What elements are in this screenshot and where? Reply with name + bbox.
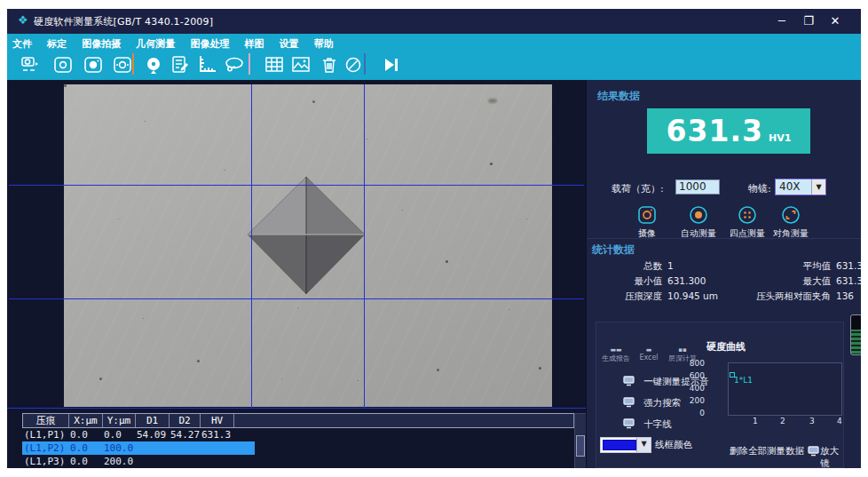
cell-hv: 631.3	[200, 428, 233, 441]
action-label: 摄像	[638, 228, 656, 238]
menu-settings[interactable]: 设置	[274, 35, 304, 51]
hardness-value-display: 631.3HV1	[647, 108, 810, 154]
y-tick: 200	[678, 396, 705, 405]
cell-y: 100.0	[102, 441, 135, 455]
table-scrollbar[interactable]	[574, 413, 587, 468]
line-color-dropdown[interactable]: ▼	[600, 437, 651, 453]
stat-value: 631.300	[831, 275, 861, 288]
toolbar-separator	[364, 53, 366, 75]
disable-icon[interactable]	[342, 53, 365, 76]
menu-help[interactable]: 帮助	[309, 35, 339, 51]
magnifier-button[interactable]: 放大镜	[820, 445, 843, 468]
cell-x: 0.0	[68, 428, 102, 441]
hardness-curve-plot	[728, 362, 842, 416]
col-hv[interactable]: HV	[201, 414, 234, 427]
cell-y: 200.0	[102, 455, 135, 468]
delete-all-button[interactable]: 删除全部测量数据	[730, 445, 804, 457]
menu-image-capture[interactable]: 图像拍摄	[76, 35, 126, 51]
stat-label: 最大值	[726, 275, 831, 288]
measure-ruler-icon[interactable]	[195, 53, 218, 76]
load-input[interactable]: 1000	[675, 179, 720, 195]
col-x[interactable]: X:μm	[69, 414, 103, 427]
menu-geometry-measure[interactable]: 几何测量	[130, 35, 180, 51]
col-indentation[interactable]: 压痕	[23, 414, 69, 427]
results-section-title: 结果数据	[597, 89, 640, 104]
data-table-icon[interactable]	[263, 53, 286, 76]
y-tick: 800	[678, 359, 705, 368]
lasso-select-icon[interactable]	[223, 53, 246, 76]
x-tick: 2	[780, 417, 785, 425]
diagonal-measure-button[interactable]: 对角测量	[762, 204, 819, 240]
beep-toggle[interactable]: 一键测量提示音	[623, 376, 709, 388]
load-label: 载荷（克）:	[612, 182, 664, 195]
chevron-down-icon[interactable]: ▼	[636, 438, 651, 452]
auto-measure-icon	[688, 204, 709, 226]
step-forward-icon[interactable]	[380, 53, 403, 76]
menu-image-processing[interactable]: 图像处理	[185, 35, 234, 51]
menu-sample-image[interactable]: 样图	[239, 35, 269, 51]
excel-export-button[interactable]: ▬ Excel	[635, 347, 662, 362]
menu-file[interactable]: 文件	[7, 35, 37, 51]
stat-label: 平均值	[726, 260, 831, 273]
title-bar: ❖ 硬度软件测量系统[GB/T 4340.1-2009] ─ ❐ ✕	[7, 9, 861, 34]
table-scrollbar-thumb[interactable]	[576, 435, 585, 457]
indentation-mark	[247, 175, 367, 296]
monitor-icon	[623, 376, 635, 386]
action-label: 对角测量	[773, 228, 809, 238]
col-d2[interactable]: D2	[170, 414, 201, 427]
cell-hv	[200, 455, 233, 468]
crosshair-toggle[interactable]: 十字线	[623, 418, 672, 431]
objective-value: 40X	[779, 180, 801, 193]
stat-value: 10.945 um	[662, 290, 726, 303]
generate-report-button[interactable]: ▬▬ 生成报告	[600, 347, 632, 363]
close-button[interactable]: ✕	[825, 12, 845, 30]
calc-icon: ▪▪	[666, 347, 699, 354]
excel-label: Excel	[639, 354, 658, 362]
statistics-row: 压痕深度 10.945 um 压头两相对面夹角 136	[587, 290, 861, 303]
minimize-button[interactable]: ─	[772, 12, 792, 30]
mark-point-icon[interactable]	[142, 53, 165, 76]
power-search-toggle[interactable]: 强力搜索	[623, 397, 681, 409]
camera-action-button[interactable]: 摄像	[619, 204, 675, 240]
edit-report-icon[interactable]	[168, 53, 191, 76]
camera-source-icon[interactable]	[20, 53, 43, 76]
grid-line-horizontal	[9, 298, 584, 299]
cell-hv	[200, 441, 233, 455]
image-viewport[interactable]: 压痕 X:μm Y:μm D1 D2 HV (L1,P1) 0.0 0.0 54…	[7, 80, 586, 468]
chevron-down-icon[interactable]: ▼	[811, 179, 825, 195]
cell-filler	[233, 455, 574, 468]
specimen-speckles	[64, 84, 67, 87]
x-tick: 1	[753, 417, 758, 425]
cell-x: 0.0	[68, 455, 102, 468]
capture-auto-icon[interactable]	[82, 53, 105, 76]
color-swatch	[603, 440, 636, 450]
toolbar	[7, 51, 861, 83]
capture-live-icon[interactable]	[111, 53, 134, 76]
monitor-icon	[623, 397, 635, 408]
statistics-row: 总数 1 平均值 631.300	[587, 260, 861, 273]
delete-icon[interactable]	[318, 53, 341, 76]
excel-icon: ▬	[635, 347, 662, 354]
toggle-label: 一键测量提示音	[643, 376, 709, 386]
table-row-selected[interactable]: (L1,P2) 0.0 100.0	[22, 441, 574, 455]
chart-title: 硬度曲线	[706, 340, 746, 354]
capture-single-icon[interactable]	[51, 53, 75, 76]
specimen-image[interactable]	[64, 84, 552, 407]
grid-line-vertical	[251, 84, 252, 408]
chart-point-label: 1*L1	[734, 376, 753, 385]
col-d1[interactable]: D1	[136, 414, 170, 427]
grid-line-vertical	[364, 84, 365, 408]
restore-button[interactable]: ❐	[799, 12, 818, 30]
table-row[interactable]: (L1,P1) 0.0 0.0 54.09 54.27 631.3	[22, 428, 574, 441]
col-y[interactable]: Y:μm	[103, 414, 136, 427]
objective-select[interactable]: 40X ▼	[775, 179, 826, 195]
image-gallery-icon[interactable]	[289, 53, 312, 76]
toggle-label: 强力搜索	[643, 397, 681, 408]
magnifier-icon	[808, 446, 819, 457]
action-label: 自动测量	[681, 228, 716, 238]
action-label: 四点测量	[730, 228, 765, 238]
menu-calibration[interactable]: 标定	[42, 35, 72, 51]
specimen-smudge	[488, 99, 497, 103]
stat-label: 压痕深度	[587, 290, 662, 303]
table-row[interactable]: (L1,P3) 0.0 200.0	[22, 455, 574, 468]
